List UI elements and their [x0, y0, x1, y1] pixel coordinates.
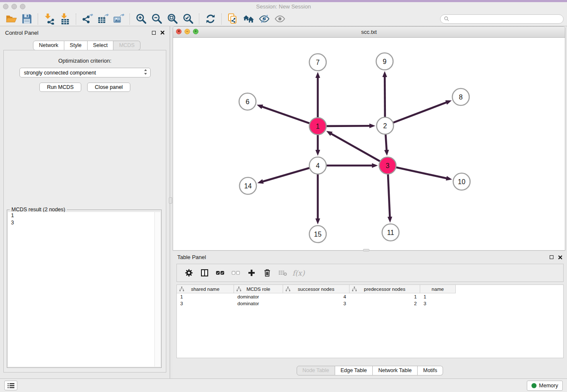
gear-button[interactable]	[181, 266, 197, 280]
first-neighbors-button[interactable]	[241, 13, 256, 25]
mcds-result-scrollbar[interactable]	[154, 212, 160, 367]
delete-table-button[interactable]	[275, 266, 291, 280]
network-close-button[interactable]: ✕	[176, 29, 182, 34]
table-row[interactable]: 3dominator323	[177, 300, 563, 307]
network-maximize-button[interactable]: +	[193, 29, 198, 34]
edge-3-11[interactable]	[388, 173, 392, 223]
close-panel-icon[interactable]	[160, 30, 165, 35]
column-header-successor-nodes[interactable]: successor nodes	[283, 285, 350, 293]
table-cell[interactable]: 1	[420, 294, 456, 299]
tab-motifs[interactable]: Motifs	[418, 366, 443, 375]
table-cell[interactable]: 3	[420, 301, 456, 306]
node-14[interactable]: 14	[239, 177, 256, 194]
close-panel-button[interactable]: Close panel	[87, 83, 130, 92]
column-header-MCDS-role[interactable]: MCDS role	[234, 285, 283, 293]
column-header-predecessor-nodes[interactable]: predecessor nodes	[350, 285, 420, 293]
mcds-result-item[interactable]: 1	[8, 212, 160, 219]
search-input[interactable]	[451, 16, 560, 22]
table-cell[interactable]: 3	[177, 301, 234, 306]
table-cell[interactable]: 2	[350, 301, 420, 306]
edge-3-10[interactable]	[395, 167, 452, 181]
edge-1-6[interactable]	[257, 105, 311, 124]
mcds-result-list[interactable]: 13	[8, 212, 160, 367]
select-chevrons-icon	[143, 69, 148, 77]
node-table[interactable]: shared nameMCDS rolesuccessor nodesprede…	[176, 284, 564, 358]
edge-4-3[interactable]	[325, 163, 378, 168]
node-9[interactable]: 9	[376, 53, 393, 70]
network-canvas[interactable]: 7968124314101511	[173, 37, 565, 250]
show-all-button[interactable]	[272, 13, 288, 25]
split-pane-grip-vertical[interactable]	[169, 197, 172, 204]
node-8[interactable]: 8	[452, 88, 469, 105]
edge-3-1[interactable]	[326, 131, 381, 162]
edge-4-15[interactable]	[315, 173, 320, 224]
close-table-panel-icon[interactable]	[558, 255, 562, 259]
criterion-select[interactable]: strongly connected component	[19, 68, 151, 77]
node-10[interactable]: 10	[453, 173, 470, 190]
tab-network-table[interactable]: Network Table	[373, 366, 418, 375]
edge-2-3[interactable]	[384, 133, 389, 156]
memory-button[interactable]: Memory	[527, 381, 563, 391]
tab-node-table[interactable]: Node Table	[297, 366, 335, 375]
task-history-button[interactable]	[4, 381, 17, 390]
save-session-button[interactable]	[19, 13, 35, 25]
edge-2-8[interactable]	[392, 100, 452, 123]
run-mcds-button[interactable]: Run MCDS	[39, 83, 81, 92]
new-network-from-selection-button[interactable]	[225, 13, 241, 25]
delete-row-button[interactable]	[259, 266, 275, 280]
select-all-button[interactable]	[212, 266, 228, 280]
mcds-result-item[interactable]: 3	[8, 219, 160, 226]
edge-4-14[interactable]	[257, 168, 311, 184]
node-2[interactable]: 2	[377, 117, 394, 134]
import-table-button[interactable]	[57, 13, 73, 25]
table-cell[interactable]: 1	[350, 294, 420, 299]
function-builder-button[interactable]: f(x)	[291, 266, 306, 280]
table-cell[interactable]: dominator	[234, 301, 283, 306]
columns-button[interactable]	[197, 266, 212, 280]
table-cell[interactable]: 4	[283, 294, 350, 299]
search-box[interactable]	[440, 14, 564, 24]
export-image-button[interactable]	[111, 13, 127, 25]
refresh-button[interactable]	[203, 13, 218, 25]
deselect-all-button[interactable]	[228, 266, 244, 280]
first-neighbors-icon	[243, 13, 254, 25]
svg-text:2: 2	[383, 122, 387, 130]
node-15[interactable]: 15	[309, 226, 326, 243]
network-minimize-button[interactable]: −	[184, 29, 190, 34]
float-table-panel-icon[interactable]	[550, 255, 553, 259]
zoom-in-button[interactable]	[133, 13, 149, 25]
tab-mcds[interactable]: MCDS	[113, 41, 140, 50]
edge-1-7[interactable]	[315, 72, 320, 119]
zoom-out-button[interactable]	[149, 13, 165, 25]
table-cell[interactable]: dominator	[234, 294, 283, 299]
export-network-button[interactable]	[80, 13, 95, 25]
table-cell[interactable]: 3	[283, 301, 350, 306]
table-row[interactable]: 1dominator411	[177, 293, 563, 300]
node-6[interactable]: 6	[239, 93, 256, 110]
node-11[interactable]: 11	[382, 224, 399, 241]
tab-edge-table[interactable]: Edge Table	[335, 366, 373, 375]
node-3[interactable]: 3	[379, 157, 396, 174]
import-network-button[interactable]	[41, 13, 57, 25]
network-graph[interactable]: 7968124314101511	[173, 37, 565, 250]
tab-style[interactable]: Style	[64, 41, 88, 50]
tab-network[interactable]: Network	[33, 41, 64, 50]
table-cell[interactable]: 1	[177, 294, 234, 299]
open-file-button[interactable]	[3, 13, 19, 25]
network-window-titlebar[interactable]: ✕ − + scc.txt	[173, 27, 565, 38]
hide-selected-button[interactable]	[256, 13, 272, 25]
add-row-button[interactable]	[244, 266, 259, 280]
edge-2-9[interactable]	[383, 71, 387, 118]
zoom-fit-button[interactable]	[165, 13, 180, 25]
node-4[interactable]: 4	[309, 157, 326, 174]
node-1[interactable]: 1	[309, 118, 326, 135]
float-panel-icon[interactable]	[152, 31, 156, 35]
column-header-name[interactable]: name	[420, 285, 456, 293]
edge-1-4[interactable]	[315, 134, 320, 156]
zoom-selected-button[interactable]	[180, 13, 196, 25]
node-7[interactable]: 7	[309, 54, 326, 71]
column-header-shared-name[interactable]: shared name	[177, 285, 234, 293]
tab-select[interactable]: Select	[88, 41, 114, 50]
edge-1-2[interactable]	[325, 124, 375, 128]
export-table-button[interactable]	[95, 13, 111, 25]
